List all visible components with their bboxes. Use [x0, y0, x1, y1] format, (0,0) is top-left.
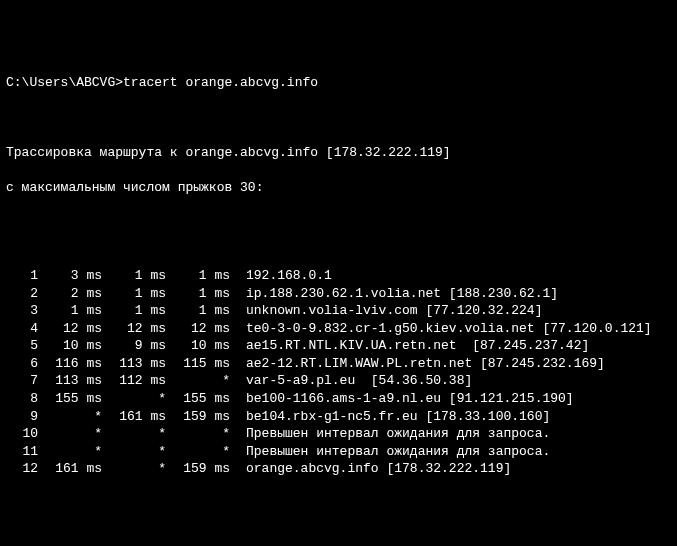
hop-time-1: *	[38, 408, 102, 426]
gap	[230, 390, 246, 408]
hop-time-3: *	[166, 425, 230, 443]
hop-number: 11	[6, 443, 38, 461]
hop-time-3: *	[166, 372, 230, 390]
hop-number: 4	[6, 320, 38, 338]
gap	[230, 320, 246, 338]
hop-host: unknown.volia-lviv.com [77.120.32.224]	[246, 302, 542, 320]
prompt-path: C:\Users\ABCVG>	[6, 75, 123, 90]
hop-host: ip.188.230.62.1.volia.net [188.230.62.1]	[246, 285, 558, 303]
hop-time-2: *	[102, 390, 166, 408]
hop-time-3: 115 ms	[166, 355, 230, 373]
hop-time-3: 1 ms	[166, 285, 230, 303]
tracert-hop-row: 8155 ms*155 msbe100-1166.ams-1-a9.nl.eu …	[6, 390, 671, 408]
trace-header-2: с максимальным числом прыжков 30:	[6, 179, 671, 197]
gap	[230, 425, 246, 443]
blank-line	[6, 109, 671, 127]
hop-host: var-5-a9.pl.eu [54.36.50.38]	[246, 372, 472, 390]
blank-line	[6, 215, 671, 233]
tracert-hop-row: 13 ms1 ms1 ms192.168.0.1	[6, 267, 671, 285]
hop-host: ae15.RT.NTL.KIV.UA.retn.net [87.245.237.…	[246, 337, 589, 355]
hop-host: be104.rbx-g1-nc5.fr.eu [178.33.100.160]	[246, 408, 550, 426]
hop-time-1: 12 ms	[38, 320, 102, 338]
hop-number: 12	[6, 460, 38, 478]
hop-number: 3	[6, 302, 38, 320]
tracert-hop-row: 9*161 ms159 msbe104.rbx-g1-nc5.fr.eu [17…	[6, 408, 671, 426]
hop-number: 1	[6, 267, 38, 285]
tracert-hop-row: 11***Превышен интервал ожидания для запр…	[6, 443, 671, 461]
hop-time-2: *	[102, 425, 166, 443]
hop-time-1: 10 ms	[38, 337, 102, 355]
gap	[230, 460, 246, 478]
hop-time-2: 1 ms	[102, 285, 166, 303]
hop-time-3: 10 ms	[166, 337, 230, 355]
gap	[230, 443, 246, 461]
hop-host: ae2-12.RT.LIM.WAW.PL.retn.net [87.245.23…	[246, 355, 605, 373]
hop-time-3: 1 ms	[166, 267, 230, 285]
tracert-hop-row: 10***Превышен интервал ожидания для запр…	[6, 425, 671, 443]
hop-time-2: *	[102, 443, 166, 461]
trace-header-1: Трассировка маршрута к orange.abcvg.info…	[6, 144, 671, 162]
hop-time-3: 159 ms	[166, 408, 230, 426]
hop-time-2: *	[102, 460, 166, 478]
hop-time-2: 161 ms	[102, 408, 166, 426]
hop-time-1: 3 ms	[38, 267, 102, 285]
tracert-hop-row: 510 ms9 ms10 msae15.RT.NTL.KIV.UA.retn.n…	[6, 337, 671, 355]
hop-number: 2	[6, 285, 38, 303]
hop-time-1: 1 ms	[38, 302, 102, 320]
gap	[230, 337, 246, 355]
hop-time-3: 1 ms	[166, 302, 230, 320]
gap	[230, 267, 246, 285]
hop-time-3: 155 ms	[166, 390, 230, 408]
gap	[230, 355, 246, 373]
tracert-hop-row: 7113 ms112 ms*var-5-a9.pl.eu [54.36.50.3…	[6, 372, 671, 390]
hop-time-2: 1 ms	[102, 302, 166, 320]
hop-number: 10	[6, 425, 38, 443]
hop-time-3: *	[166, 443, 230, 461]
hop-time-3: 12 ms	[166, 320, 230, 338]
hop-time-2: 113 ms	[102, 355, 166, 373]
gap	[230, 285, 246, 303]
hop-time-2: 112 ms	[102, 372, 166, 390]
tracert-hop-row: 6116 ms113 ms115 msae2-12.RT.LIM.WAW.PL.…	[6, 355, 671, 373]
hop-host: te0-3-0-9.832.cr-1.g50.kiev.volia.net [7…	[246, 320, 652, 338]
hop-host: be100-1166.ams-1-a9.nl.eu [91.121.215.19…	[246, 390, 574, 408]
command-tracert: tracert orange.abcvg.info	[123, 75, 318, 90]
hop-time-1: 161 ms	[38, 460, 102, 478]
tracert-hop-row: 12161 ms*159 msorange.abcvg.info [178.32…	[6, 460, 671, 478]
hop-number: 9	[6, 408, 38, 426]
hop-number: 7	[6, 372, 38, 390]
blank-line	[6, 513, 671, 531]
hop-number: 8	[6, 390, 38, 408]
hop-time-2: 9 ms	[102, 337, 166, 355]
tracert-hops: 13 ms1 ms1 ms192.168.0.122 ms1 ms1 msip.…	[6, 267, 671, 478]
prompt-tracert[interactable]: C:\Users\ABCVG>tracert orange.abcvg.info	[6, 74, 671, 92]
hop-time-1: 116 ms	[38, 355, 102, 373]
hop-time-1: *	[38, 443, 102, 461]
hop-host: Превышен интервал ожидания для запроса.	[246, 425, 550, 443]
hop-time-1: 113 ms	[38, 372, 102, 390]
tracert-hop-row: 412 ms12 ms12 mste0-3-0-9.832.cr-1.g50.k…	[6, 320, 671, 338]
hop-time-1: *	[38, 425, 102, 443]
hop-host: orange.abcvg.info [178.32.222.119]	[246, 460, 511, 478]
hop-time-2: 12 ms	[102, 320, 166, 338]
hop-time-3: 159 ms	[166, 460, 230, 478]
hop-time-2: 1 ms	[102, 267, 166, 285]
hop-time-1: 2 ms	[38, 285, 102, 303]
gap	[230, 408, 246, 426]
tracert-hop-row: 31 ms1 ms1 msunknown.volia-lviv.com [77.…	[6, 302, 671, 320]
hop-time-1: 155 ms	[38, 390, 102, 408]
gap	[230, 302, 246, 320]
hop-number: 6	[6, 355, 38, 373]
hop-host: Превышен интервал ожидания для запроса.	[246, 443, 550, 461]
gap	[230, 372, 246, 390]
tracert-hop-row: 22 ms1 ms1 msip.188.230.62.1.volia.net […	[6, 285, 671, 303]
hop-number: 5	[6, 337, 38, 355]
hop-host: 192.168.0.1	[246, 267, 332, 285]
